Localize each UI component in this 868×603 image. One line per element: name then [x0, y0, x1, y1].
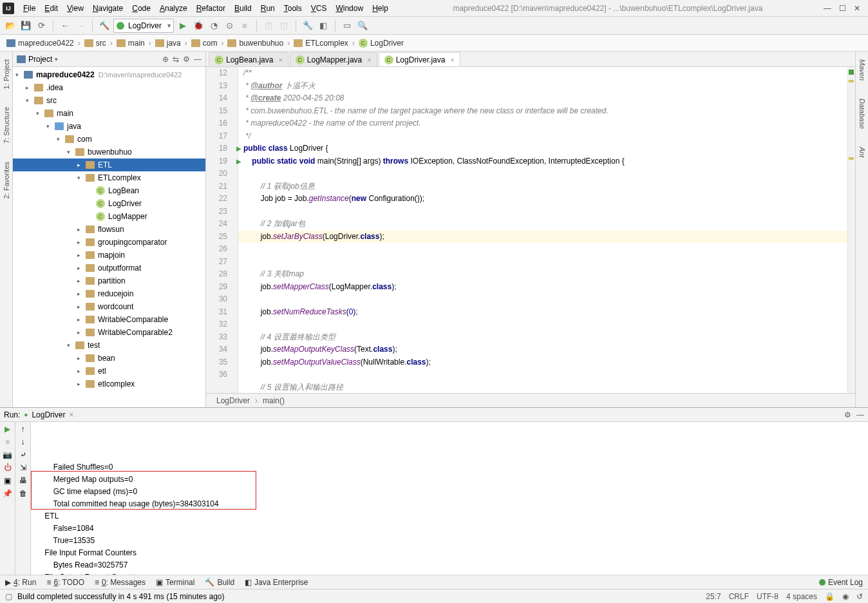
tree-root[interactable]: ▾ mapreduce0422 D:\maven\mapreduce0422 [13, 68, 205, 81]
debug-icon[interactable]: 🐞 [192, 19, 205, 32]
stop-icon[interactable]: ■ [238, 19, 251, 32]
close-tab-icon[interactable]: × [367, 56, 371, 64]
tree-item-main[interactable]: ▾main [13, 107, 205, 120]
menu-build[interactable]: Build [231, 3, 256, 14]
breadcrumb-src[interactable]: src [83, 38, 108, 48]
tree-item-java[interactable]: ▾java [13, 120, 205, 133]
editor-body[interactable]: 12 13 14 15 16 17 18 19 20 21 22 23 24 2… [206, 67, 855, 393]
menu-window[interactable]: Window [332, 3, 367, 14]
breadcrumb-mapreduce0422[interactable]: mapreduce0422 [5, 38, 75, 48]
gear-icon[interactable]: ⚙ [183, 55, 190, 64]
caret-position[interactable]: 25:7 [706, 592, 721, 601]
trash-icon[interactable]: 🗑 [19, 489, 27, 498]
file-encoding[interactable]: UTF-8 [757, 592, 778, 601]
wrench-icon[interactable]: 🔧 [301, 19, 314, 32]
close-tab-icon[interactable]: × [450, 56, 454, 64]
tool-window-toggle-icon[interactable]: ▢ [5, 592, 12, 601]
breadcrumb-java[interactable]: java [154, 38, 182, 48]
editor-tab-LogBean.java[interactable]: CLogBean.java× [209, 52, 288, 66]
warning-mark-icon[interactable] [849, 80, 854, 82]
hide-icon[interactable]: — [856, 410, 864, 419]
tree-item-LogBean[interactable]: CLogBean [13, 184, 205, 197]
layout-icon[interactable]: ▣ [4, 476, 11, 485]
menu-view[interactable]: View [63, 3, 88, 14]
back-icon[interactable]: ← [59, 19, 71, 32]
save-icon[interactable]: 💾 [19, 19, 32, 32]
tree-item-partition[interactable]: ▸partition [13, 274, 205, 287]
tree-item-.idea[interactable]: ▸.idea [13, 81, 205, 94]
crumb-class[interactable]: LogDriver [216, 396, 250, 405]
sync-icon[interactable]: ⟳ [35, 19, 48, 32]
menu-tools[interactable]: Tools [280, 3, 306, 14]
project-panel-title[interactable]: Project ▾ [17, 55, 160, 64]
close-tab-icon[interactable]: × [69, 410, 73, 419]
bottom-tool-terminal[interactable]: ▣Terminal [156, 578, 194, 587]
warning-mark-icon[interactable] [849, 157, 854, 160]
tree-item-etl[interactable]: ▸etl [13, 365, 205, 378]
menu-help[interactable]: Help [368, 3, 392, 14]
up-icon[interactable]: ↑ [21, 425, 25, 434]
tool-ant[interactable]: Ant [858, 144, 866, 160]
wrap-icon[interactable]: ⤶ [20, 450, 26, 459]
bottom-tool-java-enterprise[interactable]: ◧Java Enterprise [245, 578, 308, 587]
scroll-icon[interactable]: ⇲ [20, 463, 26, 472]
tool-2-favorites[interactable]: 2: Favorites [3, 159, 10, 201]
close-tab-icon[interactable]: × [278, 56, 282, 64]
forward-icon[interactable]: → [74, 19, 87, 32]
inspect-icon[interactable]: ◉ [842, 592, 849, 601]
print-icon[interactable]: 🖶 [19, 476, 27, 485]
exit-icon[interactable]: ⏻ [4, 463, 12, 472]
run-config-label[interactable]: LogDriver [32, 410, 65, 419]
tree-item-bean[interactable]: ▸bean [13, 352, 205, 365]
editor-tab-LogMapper.java[interactable]: CLogMapper.java× [290, 52, 377, 66]
run-gutter-icon[interactable]: ▶ [236, 142, 241, 155]
profile-icon[interactable]: ⊙ [223, 19, 236, 32]
build-icon[interactable]: 🔨 [98, 19, 111, 32]
tool-7-structure[interactable]: 7: Structure [3, 104, 10, 146]
crumb-method[interactable]: main() [263, 396, 285, 405]
breadcrumb-LogDriver[interactable]: CLogDriver [357, 38, 405, 48]
tree-item-WritableComparable[interactable]: ▸WritableComparable [13, 313, 205, 326]
tree-item-LogDriver[interactable]: CLogDriver [13, 197, 205, 210]
stop-icon[interactable]: ■ [5, 437, 10, 446]
run-output[interactable]: Failed Shuffles=0 Merged Map outputs=0 G… [31, 422, 868, 575]
menu-analyze[interactable]: Analyze [156, 3, 191, 14]
collapse-icon[interactable]: ⇆ [173, 55, 179, 64]
tool-1-project[interactable]: 1: Project [3, 57, 10, 91]
bottom-tool-0-messages[interactable]: ≡0: Messages [95, 578, 146, 587]
tree-item-ETLcomplex[interactable]: ▾ETLcomplex [13, 171, 205, 184]
tool-maven[interactable]: Maven [858, 57, 866, 83]
tree-item-etlcomplex[interactable]: ▸etlcomplex [13, 378, 205, 390]
tree-item-WritableComparable2[interactable]: ▸WritableComparable2 [13, 326, 205, 339]
lock-icon[interactable]: 🔒 [825, 592, 835, 601]
down-icon[interactable]: ↓ [21, 437, 25, 446]
event-log-button[interactable]: Event Log [828, 578, 863, 587]
menu-edit[interactable]: Edit [41, 3, 62, 14]
bottom-tool-build[interactable]: 🔨Build [205, 578, 234, 587]
vcs1-icon[interactable]: ◫ [262, 19, 275, 32]
vcs2-icon[interactable]: ◫ [278, 19, 290, 32]
tree-item-wordcount[interactable]: ▸wordcount [13, 300, 205, 313]
project-tree[interactable]: ▾ mapreduce0422 D:\maven\mapreduce0422 ▸… [13, 67, 205, 407]
run-config-combo[interactable]: LogDriver [113, 19, 174, 33]
breadcrumb-com[interactable]: com [190, 38, 219, 48]
gear-icon[interactable]: ⚙ [844, 410, 851, 419]
menu-vcs[interactable]: VCS [307, 3, 331, 14]
structure-icon[interactable]: ◧ [317, 19, 330, 32]
breadcrumb-ETLcomplex[interactable]: ETLcomplex [292, 38, 350, 48]
run-gutter-icon[interactable]: ▶ [236, 155, 241, 168]
editor-tab-LogDriver.java[interactable]: CLogDriver.java× [379, 52, 460, 66]
tree-item-outputformat[interactable]: ▸outputformat [13, 262, 205, 274]
camera-icon[interactable]: 📷 [3, 450, 12, 459]
tree-item-mapjoin[interactable]: ▸mapjoin [13, 249, 205, 262]
breadcrumb-buwenbuhuo[interactable]: buwenbuhuo [226, 38, 285, 48]
group-icon[interactable]: ▭ [341, 19, 354, 32]
close-icon[interactable]: ✕ [854, 4, 860, 13]
minimize-icon[interactable]: — [824, 4, 831, 13]
menu-file[interactable]: File [19, 3, 39, 14]
tree-item-src[interactable]: ▾src [13, 94, 205, 107]
coverage-icon[interactable]: ◔ [207, 19, 220, 32]
open-icon[interactable]: 📂 [4, 19, 17, 32]
menu-code[interactable]: Code [128, 3, 155, 14]
locate-icon[interactable]: ⊕ [162, 55, 169, 64]
